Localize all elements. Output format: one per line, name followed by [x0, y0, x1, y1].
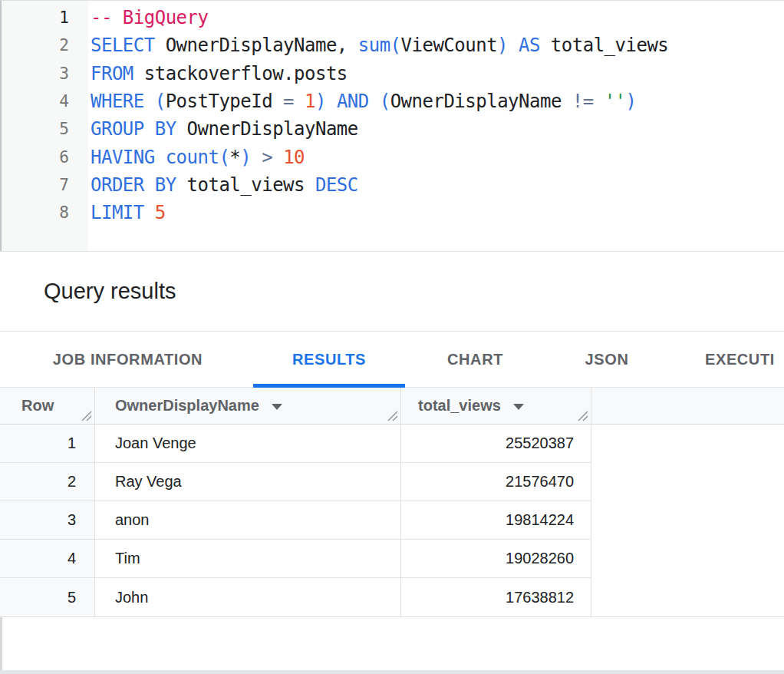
filler-cell: [591, 501, 784, 540]
query-results-section-header: Query results: [0, 251, 784, 331]
code-token-plain: [369, 91, 380, 112]
results-table-body: 1Joan Venge255203872Ray Vega215764703ano…: [0, 425, 784, 617]
tab-job-information[interactable]: JOB INFORMATION: [2, 332, 253, 387]
filler-cell: [591, 540, 784, 578]
code-line: 5GROUP BY OwnerDisplayName: [2, 115, 784, 143]
code-token-plain: [155, 147, 166, 168]
code-token-plain: OwnerDisplayName,: [155, 35, 358, 56]
tab-json[interactable]: JSON: [545, 332, 668, 387]
code-line: 8LIMIT 5: [2, 199, 784, 226]
results-tab-bar: JOB INFORMATIONRESULTSCHARTJSONEXECUTI: [0, 331, 784, 388]
code-token-num: 10: [283, 147, 305, 168]
line-number: 4: [2, 92, 69, 111]
line-number: 3: [2, 64, 69, 83]
code-token-plain: stackoverflow.posts: [133, 63, 348, 84]
code-token-kw: AND: [337, 91, 369, 112]
horizontal-scrollbar-track[interactable]: [0, 670, 784, 674]
code-token-plain: [272, 147, 283, 168]
line-number: 2: [2, 36, 69, 55]
filler-cell: [591, 425, 784, 463]
code-line: 6HAVING count(*) > 10: [2, 143, 784, 170]
owner-display-name-cell: Ray Vega: [95, 463, 401, 501]
row-number-cell: 3: [0, 501, 95, 540]
row-number-cell: 4: [0, 540, 95, 578]
code-text: GROUP BY OwnerDisplayName: [69, 118, 358, 140]
owner-display-name-cell: John: [95, 578, 401, 616]
tab-results[interactable]: RESULTS: [253, 332, 405, 387]
code-token-plain: PostTypeId: [166, 91, 283, 112]
code-token-plain: [326, 91, 337, 112]
query-results-title: Query results: [44, 279, 176, 304]
code-text: SELECT OwnerDisplayName, sum(ViewCount) …: [69, 35, 668, 56]
code-token-plain: [251, 147, 262, 168]
code-token-comment: -- BigQuery: [91, 7, 208, 28]
owner-display-name-cell: anon: [95, 501, 401, 540]
code-token-num: 1: [305, 91, 315, 112]
tab-executi[interactable]: EXECUTI: [668, 332, 784, 387]
tab-chart[interactable]: CHART: [405, 332, 545, 387]
code-token-kw: ): [315, 91, 326, 112]
code-token-kw: ): [497, 35, 508, 56]
code-text: HAVING count(*) > 10: [69, 147, 305, 168]
code-token-plain: [144, 202, 155, 223]
column-label-ownerdisplayname: OwnerDisplayName: [115, 397, 259, 415]
filler-cell: [591, 463, 784, 501]
table-row: 2Ray Vega21576470: [0, 463, 784, 501]
code-token-kw: LIMIT: [91, 202, 144, 223]
tab-label: JSON: [585, 351, 629, 368]
code-token-kw: AS: [519, 35, 540, 56]
code-text: LIMIT 5: [69, 202, 166, 223]
code-token-kw: DESC: [315, 174, 358, 196]
code-token-kw: ORDER BY: [91, 174, 176, 196]
column-resize-icon[interactable]: [387, 410, 398, 421]
code-token-plain: [294, 91, 305, 112]
results-table-header: Row OwnerDisplayName total_views: [0, 388, 784, 425]
code-token-plain: [594, 91, 604, 112]
code-text: WHERE (PostTypeId = 1) AND (OwnerDisplay…: [69, 91, 637, 112]
column-header-filler: [591, 388, 784, 424]
results-empty-area: [0, 617, 784, 670]
line-number: 6: [2, 148, 69, 167]
row-number-cell: 2: [0, 463, 95, 501]
code-token-kw: ): [240, 147, 251, 168]
column-resize-icon[interactable]: [577, 410, 588, 421]
sort-dropdown-icon[interactable]: [272, 404, 282, 410]
total-views-cell: 25520387: [401, 425, 591, 463]
tab-label: JOB INFORMATION: [53, 351, 203, 368]
code-token-kw: HAVING: [91, 147, 155, 168]
column-resize-icon[interactable]: [81, 410, 92, 421]
column-header-row[interactable]: Row: [0, 388, 95, 424]
code-token-kw: ): [626, 91, 637, 112]
sql-editor[interactable]: 1-- BigQuery2SELECT OwnerDisplayName, su…: [0, 0, 784, 251]
code-line: 3FROM stackoverflow.posts: [2, 60, 784, 88]
code-token-plain: [508, 35, 519, 56]
code-token-kw: count(: [166, 147, 230, 168]
code-text: FROM stackoverflow.posts: [69, 63, 348, 84]
code-token-plain: [144, 91, 155, 112]
total-views-cell: 19814224: [401, 501, 591, 540]
code-text: ORDER BY total_views DESC: [69, 174, 358, 196]
owner-display-name-cell: Tim: [95, 540, 401, 578]
code-text: -- BigQuery: [69, 7, 208, 28]
column-header-ownerdisplayname[interactable]: OwnerDisplayName: [95, 388, 401, 424]
code-token-kw: FROM: [91, 63, 133, 84]
code-token-kw: (: [380, 91, 390, 112]
code-line: 1-- BigQuery: [2, 4, 784, 31]
row-number-cell: 5: [0, 578, 95, 616]
code-token-kw: sum(: [358, 35, 401, 56]
code-token-plain: total_views: [540, 35, 668, 56]
code-token-plain: OwnerDisplayName: [176, 118, 358, 140]
sort-dropdown-icon[interactable]: [513, 404, 524, 410]
code-token-op: !=: [572, 91, 594, 112]
line-number: 8: [2, 203, 69, 222]
code-token-num: 5: [155, 202, 166, 223]
code-line: 4WHERE (PostTypeId = 1) AND (OwnerDispla…: [2, 88, 784, 115]
column-label-total-views: total_views: [418, 397, 501, 415]
code-line: 7ORDER BY total_views DESC: [2, 171, 784, 199]
table-row: 4Tim19028260: [0, 540, 784, 578]
line-number: 7: [2, 176, 69, 194]
column-header-total-views[interactable]: total_views: [401, 388, 591, 424]
code-token-kw: SELECT: [91, 35, 155, 56]
code-token-plain: ViewCount: [401, 35, 498, 56]
total-views-cell: 17638812: [401, 578, 591, 616]
